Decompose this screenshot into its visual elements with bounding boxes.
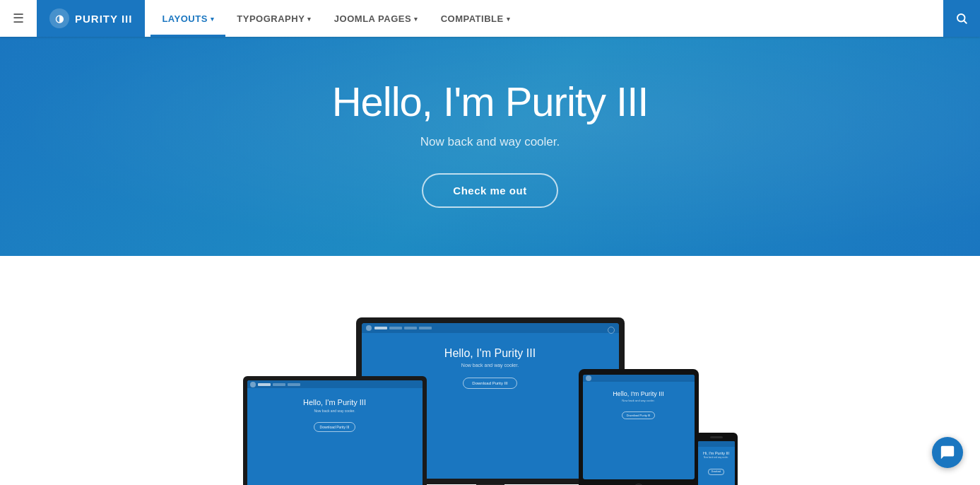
phone-speaker: [710, 436, 723, 438]
device-phone: Hi, I'm Purity III Now back and way cool…: [695, 433, 738, 485]
brand-name: PURITY III: [75, 13, 132, 25]
phone-content: Hi, I'm Purity III Now back and way cool…: [698, 447, 735, 479]
mini-logo: [250, 382, 256, 387]
phone-outer: Hi, I'm Purity III Now back and way cool…: [695, 433, 738, 485]
mini-nav-items: [374, 327, 432, 329]
desktop-device-title: Hello, I'm Purity III: [369, 347, 612, 360]
laptop-content: Hello, I'm Purity III Now back and way c…: [247, 388, 423, 442]
mini-nav-item: [288, 383, 300, 386]
laptop-screen-outer: Hello, I'm Purity III Now back and way c…: [243, 376, 427, 485]
mini-nav-item: [258, 383, 271, 386]
mini-search-icon: [608, 327, 615, 334]
desktop-device-subtitle: Now back and way cooler.: [369, 363, 612, 368]
laptop-screen: Hello, I'm Purity III Now back and way c…: [247, 380, 423, 485]
hero-section: Hello, I'm Purity III Now back and way c…: [0, 37, 980, 256]
nav-item-layouts[interactable]: LAYOUTS ▾: [150, 0, 225, 37]
brand[interactable]: ◑ PURITY III: [37, 0, 145, 37]
mini-logo: [586, 375, 591, 381]
tablet-outer: Hello, I'm Purity III Now back and way c…: [579, 369, 699, 485]
tablet-content: Hello, I'm Purity III Now back and way c…: [583, 382, 695, 428]
devices-section: Hello, I'm Purity III Now back and way c…: [0, 256, 980, 485]
laptop-device-title: Hello, I'm Purity III: [253, 398, 417, 407]
mini-nav-item: [404, 327, 417, 329]
tablet-screen: Hello, I'm Purity III Now back and way c…: [583, 375, 695, 479]
phone-device-btn: Download: [708, 469, 724, 475]
mini-nav-item: [374, 327, 387, 329]
chevron-down-icon: ▾: [507, 16, 511, 23]
device-tablet: Hello, I'm Purity III Now back and way c…: [579, 369, 699, 485]
phone-mini-nav: [698, 441, 735, 447]
desktop-device-btn: Download Purity III: [463, 378, 516, 389]
desktop-mini-nav: [362, 323, 619, 333]
mini-logo: [366, 325, 372, 331]
laptop-device-subtitle: Now back and way cooler.: [253, 409, 417, 413]
hero-subtitle: Now back and way cooler.: [420, 135, 560, 149]
devices-wrapper: Hello, I'm Purity III Now back and way c…: [243, 284, 738, 485]
tablet-mini-nav: [583, 375, 695, 382]
laptop-mini-nav: [247, 380, 423, 388]
chat-bubble-button[interactable]: [932, 437, 963, 468]
brand-logo-icon: ◑: [49, 8, 69, 28]
tablet-device-subtitle: Now back and way cooler.: [587, 399, 690, 402]
chevron-down-icon: ▾: [414, 16, 418, 23]
nav-item-compatible[interactable]: COMPATIBLE ▾: [430, 0, 522, 37]
mini-nav-item: [419, 327, 432, 329]
tablet-device-title: Hello, I'm Purity III: [587, 390, 690, 397]
search-icon: [955, 12, 968, 25]
hamburger-icon: ☰: [13, 11, 24, 26]
laptop-device-btn: Download Purity III: [314, 422, 356, 432]
mini-nav-item: [273, 383, 285, 386]
phone-device-title: Hi, I'm Purity III: [700, 451, 733, 455]
hamburger-menu[interactable]: ☰: [0, 0, 37, 37]
hero-title: Hello, I'm Purity III: [332, 78, 649, 125]
search-button[interactable]: [943, 0, 980, 37]
svg-line-1: [964, 21, 966, 23]
nav-item-joomla-pages[interactable]: JOOMLA PAGES ▾: [323, 0, 430, 37]
tablet-device-btn: Download Purity III: [622, 411, 656, 419]
mini-nav-item: [389, 327, 402, 329]
chat-icon: [940, 445, 955, 460]
mini-nav-items: [258, 383, 300, 386]
navbar: ☰ ◑ PURITY III LAYOUTS ▾ TYPOGRAPHY ▾ JO…: [0, 0, 980, 37]
nav-item-typography[interactable]: TYPOGRAPHY ▾: [225, 0, 323, 37]
check-me-out-button[interactable]: Check me out: [422, 173, 557, 208]
phone-screen: Hi, I'm Purity III Now back and way cool…: [698, 441, 735, 485]
device-laptop: Hello, I'm Purity III Now back and way c…: [243, 376, 427, 485]
phone-device-subtitle: Now back and way cooler.: [700, 456, 733, 459]
nav-menu: LAYOUTS ▾ TYPOGRAPHY ▾ JOOMLA PAGES ▾ CO…: [145, 0, 943, 37]
chevron-down-icon: ▾: [307, 16, 312, 23]
chevron-down-icon: ▾: [211, 16, 215, 23]
